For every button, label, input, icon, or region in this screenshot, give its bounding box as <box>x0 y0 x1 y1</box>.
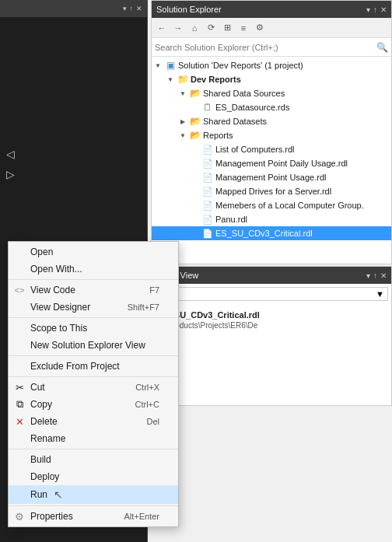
ctx-cut-label: Cut <box>30 382 45 393</box>
expander-solution: ▼ <box>152 59 164 72</box>
rdl-icon-6: 📄 <box>201 213 214 226</box>
view-code-icon: <> <box>12 285 27 295</box>
sync-button[interactable]: ⊞ <box>220 21 234 35</box>
tree-item-es-datasource[interactable]: ▶ 🗒 ES_Datasource.rds <box>152 100 391 114</box>
ctx-scope-label: Scope to This <box>30 323 87 334</box>
tree-item-mgmt-daily[interactable]: ▶ 📄 Management Point Daily Usage.rdl <box>152 156 391 170</box>
back-button[interactable]: ← <box>155 21 169 35</box>
ctx-exclude[interactable]: Exclude From Project <box>9 358 178 375</box>
ctx-delete[interactable]: ✕ Delete Del <box>9 413 178 430</box>
ctx-exclude-label: Exclude From Project <box>30 361 120 372</box>
dock-icon-se[interactable]: ↑ <box>373 5 377 14</box>
rdl-icon-5: 📄 <box>201 199 214 212</box>
ctx-copy[interactable]: ⧉ Copy Ctrl+C <box>9 396 178 413</box>
search-input[interactable] <box>155 43 376 52</box>
sharedds-icon: 📂 <box>189 115 201 128</box>
solution-explorer-panel: Solution Explorer ▾ ↑ ✕ ← → ⌂ ⟳ ⊞ ≡ ⚙ 🔍 … <box>151 0 392 264</box>
forward-button[interactable]: → <box>171 21 185 35</box>
ctx-deploy[interactable]: Deploy <box>9 468 178 485</box>
context-menu: Open Open With... <> View Code F7 View D… <box>8 241 179 527</box>
ctx-open-label: Open <box>30 247 53 257</box>
class-view-titlebar: Class View ▾ ↑ ✕ <box>152 267 391 284</box>
ctx-open[interactable]: Open <box>9 243 178 261</box>
close-icon-se[interactable]: ✕ <box>380 5 387 14</box>
ctx-cut-shortcut: Ctrl+X <box>135 383 159 392</box>
rds-label: ES_Datasource.rds <box>215 103 289 112</box>
ctx-sep-2 <box>9 317 178 318</box>
ctx-scope[interactable]: Scope to This <box>9 320 178 337</box>
rdl-icon-2: 📄 <box>201 157 214 170</box>
ctx-cut[interactable]: ✂ Cut Ctrl+X <box>9 379 178 396</box>
class-view-inner: .rdl ▼ ES_SU_CDv3_Critical.rdl S:\Produc… <box>152 284 391 405</box>
home-button[interactable]: ⌂ <box>187 21 201 35</box>
collapse-button[interactable]: ≡ <box>236 21 250 35</box>
tree-item-shareddatasets[interactable]: ▶ 📂 Shared Datasets <box>152 114 391 128</box>
ctx-run[interactable]: Run ↖ <box>9 485 178 504</box>
ctx-properties-label: Properties <box>30 511 73 522</box>
tree-item-members[interactable]: ▶ 📄 Memebers of a Local Computer Group. <box>152 198 391 212</box>
class-view-path: S:\Products\Projects\ER6\De <box>158 321 385 330</box>
tree-item-shareddatasources[interactable]: ▼ 📂 Shared Data Sources <box>152 86 391 100</box>
maximize-icon[interactable]: ↑ <box>130 5 134 12</box>
ctx-rename-label: Rename <box>30 433 65 444</box>
arrow-back-icon: ◁ <box>6 148 15 160</box>
ctx-new-solution-label: New Solution Explorer View <box>30 340 145 351</box>
settings-button[interactable]: ⚙ <box>253 21 267 35</box>
search-row[interactable]: 🔍 <box>152 38 391 57</box>
rdl-icon-7: 📄 <box>201 227 214 240</box>
tree-item-reports[interactable]: ▼ 📂 Reports <box>152 128 391 142</box>
ctx-delete-label: Delete <box>30 416 58 427</box>
ctx-run-label: Run <box>30 489 47 500</box>
solution-explorer-controls: ▾ ↑ ✕ <box>366 5 387 14</box>
solution-explorer-title: Solution Explorer <box>156 5 222 14</box>
ctx-view-designer[interactable]: View Designer Shift+F7 <box>9 299 178 316</box>
dock-icon-cv[interactable]: ↑ <box>373 271 377 280</box>
tree-item-panu[interactable]: ▶ 📄 Panu.rdl <box>152 212 391 226</box>
close-icon-left[interactable]: ✕ <box>136 5 142 12</box>
delete-icon: ✕ <box>12 416 27 428</box>
pin-icon[interactable]: ▾ <box>123 5 127 12</box>
tree-item-solution[interactable]: ▼ ▣ Solution 'Dev Reports' (1 project) <box>152 58 391 72</box>
ctx-build[interactable]: Build <box>9 451 178 468</box>
pin-icon-se[interactable]: ▾ <box>366 5 370 14</box>
left-panel-arrows: ◁ ▷ <box>6 148 15 180</box>
ctx-build-label: Build <box>30 454 51 465</box>
ctx-sep-4 <box>9 376 178 377</box>
ctx-view-code-label: View Code <box>30 285 75 295</box>
expander-reports: ▼ <box>177 129 189 142</box>
ctx-sep-6 <box>9 505 178 506</box>
solution-explorer-tree[interactable]: ▼ ▣ Solution 'Dev Reports' (1 project) ▼… <box>152 57 391 264</box>
ctx-new-solution-view[interactable]: New Solution Explorer View <box>9 337 178 354</box>
expander-rds: ▶ <box>189 101 201 114</box>
dropdown-chevron-icon: ▼ <box>376 289 384 299</box>
class-view-content: ES_SU_CDv3_Critical.rdl S:\Products\Proj… <box>155 304 388 336</box>
reports-label: Reports <box>203 131 233 140</box>
tree-item-loc[interactable]: ▶ 📄 List of Computers.rdl <box>152 142 391 156</box>
tree-item-mapped-drives[interactable]: ▶ 📄 Mapped Drives for a Server.rdl <box>152 184 391 198</box>
sds-label: Shared Data Sources <box>203 89 285 98</box>
class-view-dropdown[interactable]: .rdl ▼ <box>155 287 388 301</box>
tree-item-mgmt-usage[interactable]: ▶ 📄 Management Point Usage.rdl <box>152 170 391 184</box>
ctx-copy-shortcut: Ctrl+C <box>135 400 159 409</box>
ctx-sep-5 <box>9 449 178 449</box>
close-icon-cv[interactable]: ✕ <box>380 271 387 280</box>
devreports-label: Dev Reports <box>191 75 241 84</box>
reports-icon: 📂 <box>189 129 201 142</box>
search-icon: 🔍 <box>376 42 388 53</box>
tree-item-devreports[interactable]: ▼ 📁 Dev Reports <box>152 72 391 86</box>
ctx-open-with[interactable]: Open With... <box>9 261 178 278</box>
devreports-icon: 📁 <box>177 73 189 86</box>
expander-sharedds: ▶ <box>177 115 189 128</box>
ctx-sep-1 <box>9 279 178 280</box>
ctx-view-code[interactable]: <> View Code F7 <box>9 281 178 299</box>
panu-label: Panu.rdl <box>215 215 247 224</box>
refresh-button[interactable]: ⟳ <box>204 21 218 35</box>
cut-icon: ✂ <box>12 382 27 393</box>
pin-icon-cv[interactable]: ▾ <box>366 271 370 280</box>
mapped-drives-label: Mapped Drives for a Server.rdl <box>215 187 331 196</box>
ctx-rename[interactable]: Rename <box>9 430 178 447</box>
tree-item-es-su-cdv3[interactable]: ▶ 📄 ES_SU_CDv3_Critical.rdl <box>152 226 391 240</box>
ctx-properties[interactable]: ⚙ Properties Alt+Enter <box>9 508 178 525</box>
left-panel-titlebar: ▾ ↑ ✕ <box>0 0 147 17</box>
mouse-cursor-icon: ↖ <box>54 488 63 501</box>
